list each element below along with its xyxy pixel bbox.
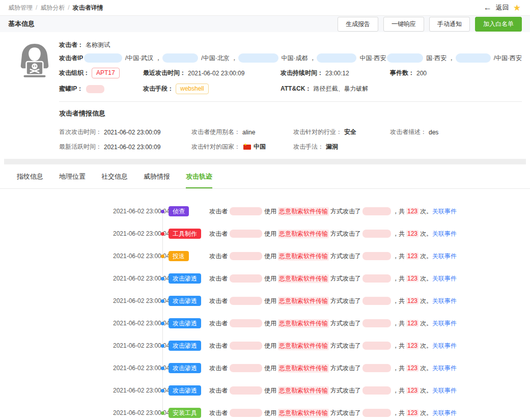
tab-1[interactable]: 地理位置 [59,172,86,187]
redacted-ip [456,53,491,63]
manual-notify-button[interactable]: 手动通知 [429,17,470,32]
timeline-description: 攻击者使用恶意勒索软件传输方式攻击了，共123次。 [209,207,432,216]
stage-badge: 攻击渗透 [169,385,201,396]
timeline-description: 攻击者使用恶意勒索软件传输方式攻击了，共123次。 [209,342,432,350]
stage-badge: 工具制作 [169,229,201,239]
back-arrow-icon[interactable]: ← [484,4,492,12]
related-events-link[interactable]: 关联事件 [432,386,457,395]
timeline-description: 攻击者使用恶意勒索软件传输方式攻击了，共123次。 [209,297,432,305]
comma-text: ，共 [393,274,405,283]
redacted-attacker-ip [230,364,262,372]
honeypot-ip-field: 蜜罐IP： [59,85,143,93]
ip-location-text: 中国·西安 [359,54,386,63]
stage-badge-box: 攻击渗透 [169,318,209,328]
stage-badge-box: 攻击渗透 [169,363,209,373]
redacted-attacker-ip [230,274,262,283]
breadcrumb-threat-analysis[interactable]: 威胁分析 [40,4,65,11]
timeline-dot [161,232,164,236]
attacker-alias-field: 攻击者使用别名： aline [191,128,293,136]
timeline-description: 攻击者使用恶意勒索软件传输方式攻击了，共123次。 [209,409,432,417]
breadcrumb-separator: / [36,4,37,11]
unit-text: 次。 [420,274,432,283]
timeline-timestamp: 2021-06-02 23:00:04 [113,297,157,304]
unit-text: 次。 [420,342,432,350]
stage-badge: 投送 [169,251,189,261]
related-events-link[interactable]: 关联事件 [432,274,457,283]
stage-badge: 攻击渗透 [169,363,201,373]
breadcrumb-threat-management[interactable]: 威胁管理 [8,4,33,11]
related-events-link[interactable]: 关联事件 [432,252,457,261]
timeline-dot [161,344,164,348]
apt-group-tag: APT17 [92,68,120,78]
timeline-timestamp: 2021-06-02 23:00:04 [113,342,157,349]
attack-method-field: 攻击手段： webshell [143,83,281,94]
redacted-attacker-ip [230,342,262,350]
section-divider [59,101,522,102]
stage-badge-box: 攻击渗透 [169,273,209,284]
basic-info-section: 攻击者： 名称测试 攻击者IP /中国·武汉 ，/中国·北京 ，中国·成都 ，中… [0,32,530,102]
attack-count: 123 [406,365,419,372]
add-to-whitelist-button[interactable]: 加入白名单 [475,17,522,32]
timeline-row: 2021-06-02 23:00:04攻击渗透攻击者使用恶意勒索软件传输方式攻击… [113,379,439,402]
tab-4[interactable]: 攻击轨迹 [186,172,212,188]
tab-3[interactable]: 威胁情报 [144,172,170,187]
redacted-ip [162,53,199,63]
attack-count: 123 [406,208,419,215]
timeline-dot [161,210,164,213]
attack-weapon-text: 恶意勒索软件传输 [278,252,329,261]
related-events-link[interactable]: 关联事件 [432,364,457,373]
timeline-description: 攻击者使用恶意勒索软件传输方式攻击了，共123次。 [209,364,432,373]
breadcrumb: 威胁管理/威胁分析/攻击者详情 [8,4,103,12]
attack-count: 123 [406,342,419,349]
mid-text: 方式攻击了 [330,409,361,417]
tab-0[interactable]: 指纹信息 [17,172,43,187]
mid-text: 方式攻击了 [330,207,361,216]
timeline-dot [161,255,164,258]
timeline-timestamp: 2021-06-02 23:00:04 [113,275,157,282]
generate-report-button[interactable]: 生成报告 [338,17,378,32]
attack-weapon-text: 恶意勒索软件传输 [278,342,329,350]
attacker-name-value: 名称测试 [86,41,110,49]
related-events-link[interactable]: 关联事件 [432,207,457,216]
stage-badge: 侦查 [169,206,189,216]
redacted-target-ip [362,274,391,283]
event-count-field: 事件数： 200 [390,69,427,77]
tab-2[interactable]: 社交信息 [101,172,128,187]
timeline-row: 2021-06-02 23:00:04侦查攻击者使用恶意勒索软件传输方式攻击了，… [113,200,439,222]
favorite-star-icon[interactable]: ★ [513,4,521,12]
unit-text: 次。 [420,207,432,216]
redacted-target-ip [362,386,391,395]
redacted-ip [84,53,122,63]
comma-text: ，共 [393,364,405,373]
stage-badge-box: 攻击渗透 [169,385,209,396]
stage-badge: 安装工具 [169,408,201,418]
top-bar: 威胁管理/威胁分析/攻击者详情 ← 返回 ★ [0,0,530,15]
unit-text: 次。 [420,230,432,238]
webshell-tag: webshell [176,83,209,94]
timeline-description: 攻击者使用恶意勒索软件传输方式攻击了，共123次。 [209,230,432,238]
timeline-timestamp: 2021-06-02 23:00:04 [113,387,157,394]
attacker-prefix-text: 攻击者 [209,386,228,395]
attack-weapon-text: 恶意勒索软件传输 [278,364,329,373]
related-events-link[interactable]: 关联事件 [432,342,457,350]
stage-badge-box: 安装工具 [169,408,209,418]
targeted-industry-field: 攻击针对的行业： 安全 [293,128,390,136]
attack-weapon-text: 恶意勒索软件传输 [278,319,329,328]
back-button[interactable]: 返回 [496,3,509,12]
basic-info-title: 基本信息 [8,19,35,29]
timeline-description: 攻击者使用恶意勒索软件传输方式攻击了，共123次。 [209,274,432,283]
redacted-ip [238,53,278,63]
attacker-prefix-text: 攻击者 [209,207,228,216]
related-events-link[interactable]: 关联事件 [432,297,457,305]
stage-badge: 攻击渗透 [169,318,201,328]
related-events-link[interactable]: 关联事件 [432,230,457,238]
one-click-response-button[interactable]: 一键响应 [383,17,424,32]
related-events-link[interactable]: 关联事件 [432,409,457,417]
ip-location-text: /中国·北京 ， [201,54,237,63]
use-text: 使用 [264,252,276,261]
detail-tabs: 指纹信息地理位置社交信息威胁情报攻击轨迹 [0,164,530,189]
mid-text: 方式攻击了 [330,230,361,238]
attacker-description-field: 攻击者描述： des [390,128,438,136]
comma-text: ，共 [393,319,405,328]
related-events-link[interactable]: 关联事件 [432,319,457,328]
